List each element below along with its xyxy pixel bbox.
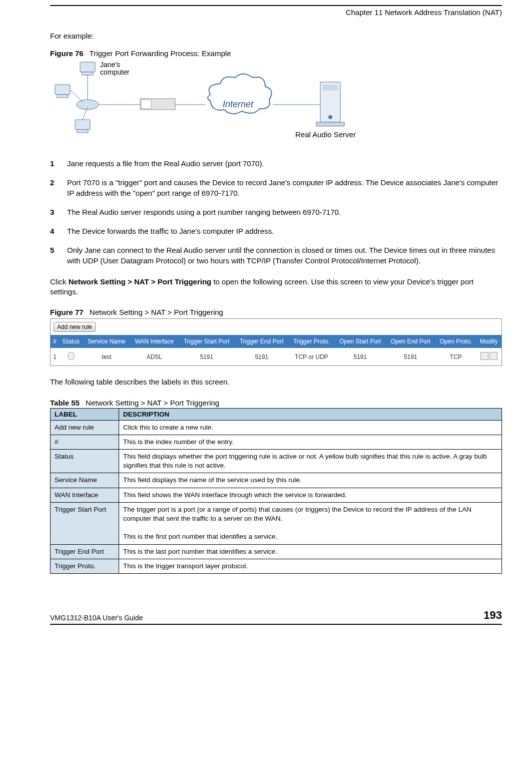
cell-status: [59, 348, 83, 365]
svg-point-6: [77, 100, 99, 110]
cell-oproto: TCP: [435, 348, 476, 365]
step-3: 3The Real Audio server responds using a …: [50, 207, 502, 217]
description-table: LABEL DESCRIPTION Add new ruleClick this…: [50, 408, 502, 574]
edit-icon[interactable]: [480, 352, 488, 360]
svg-rect-5: [77, 130, 88, 133]
col-oep: Open End Port: [386, 335, 435, 348]
cell-tproto: TCP or UDP: [289, 348, 334, 365]
navigation-instruction: Click Network Setting > NAT > Port Trigg…: [50, 277, 502, 297]
desc-head-label: LABEL: [51, 408, 119, 420]
table55-label: Table 55: [50, 399, 80, 407]
figure76-title: Trigger Port Forwarding Process: Example: [90, 49, 231, 58]
cell-wan: ADSL: [130, 348, 179, 365]
col-tep: Trigger End Port: [235, 335, 289, 348]
figure77-caption: Figure 77 Network Setting > NAT > Port T…: [50, 308, 502, 316]
bulb-icon: [68, 352, 75, 360]
col-modify: Modify: [476, 335, 501, 348]
step-1: 1Jane requests a file from the Real Audi…: [50, 159, 502, 169]
cell-tep: 5191: [235, 348, 289, 365]
svg-rect-21: [316, 122, 344, 126]
desc-row: Trigger End PortThis is the last port nu…: [51, 544, 502, 559]
delete-icon[interactable]: [489, 352, 497, 360]
page-footer: VMG1312-B10A User's Guide 193: [50, 609, 502, 625]
svg-rect-0: [55, 85, 70, 95]
cell-modify: [476, 348, 501, 365]
figure77-label: Figure 77: [50, 308, 84, 316]
desc-row: Trigger Start PortThe trigger port is a …: [51, 502, 502, 544]
svg-point-20: [328, 115, 332, 119]
table-row: 1 test ADSL 5191 5191 TCP or UDP 5191 51…: [51, 348, 501, 365]
desc-row: Add new ruleClick this to create a new r…: [51, 420, 502, 435]
desc-row: Service NameThis field displays the name…: [51, 473, 502, 488]
col-wan: WAN Interface: [130, 335, 179, 348]
add-new-rule-button[interactable]: Add new rule: [54, 322, 96, 332]
svg-text:Real Audio Server: Real Audio Server: [295, 130, 356, 139]
table-intro: The following table describes the labels…: [50, 377, 502, 387]
step-4: 4The Device forwards the traffic to Jane…: [50, 226, 502, 236]
svg-rect-1: [57, 95, 68, 98]
intro-text: For example:: [50, 32, 502, 40]
figure76-diagram: Jane's computer Internet Real Audio Serv…: [50, 60, 380, 145]
svg-rect-14: [141, 100, 151, 109]
svg-text:Internet: Internet: [223, 99, 254, 109]
col-num: #: [51, 335, 59, 348]
col-status: Status: [59, 335, 83, 348]
step-2: 2Port 7070 is a "trigger" port and cause…: [50, 178, 502, 198]
rules-table: # Status Service Name WAN Interface Trig…: [51, 335, 501, 365]
desc-head-desc: DESCRIPTION: [119, 408, 502, 420]
cell-osp: 5191: [334, 348, 386, 365]
cell-service: test: [83, 348, 130, 365]
svg-rect-19: [323, 85, 338, 91]
svg-text:computer: computer: [100, 68, 130, 76]
figure77-title: Network Setting > NAT > Port Triggering: [90, 308, 223, 316]
svg-text:Jane's: Jane's: [100, 61, 120, 69]
col-tsp: Trigger Start Port: [179, 335, 235, 348]
port-triggering-screenshot: Add new rule # Status Service Name WAN I…: [50, 318, 502, 366]
cell-num: 1: [51, 348, 59, 365]
table55-title: Network Setting > NAT > Port Triggering: [86, 399, 219, 407]
col-tproto: Trigger Proto.: [289, 335, 334, 348]
cell-tsp: 5191: [179, 348, 235, 365]
svg-line-7: [70, 90, 83, 102]
figure76-label: Figure 76: [50, 49, 84, 58]
desc-row: StatusThis field displays whether the po…: [51, 449, 502, 473]
footer-page-number: 193: [483, 609, 502, 622]
figure76-caption: Figure 76 Trigger Port Forwarding Proces…: [50, 49, 502, 58]
desc-row: Trigger Proto.This is the trigger transp…: [51, 559, 502, 573]
steps-list: 1Jane requests a file from the Real Audi…: [50, 159, 502, 266]
footer-guide: VMG1312-B10A User's Guide: [50, 614, 143, 622]
svg-rect-2: [80, 62, 95, 72]
cell-oep: 5191: [386, 348, 435, 365]
chapter-header: Chapter 11 Network Address Translation (…: [50, 5, 502, 17]
table55-caption: Table 55 Network Setting > NAT > Port Tr…: [50, 399, 502, 407]
step-5: 5Only Jane can connect to the Real Audio…: [50, 245, 502, 266]
col-service: Service Name: [83, 335, 130, 348]
svg-rect-4: [75, 120, 90, 130]
desc-row: WAN InterfaceThis field shows the WAN in…: [51, 488, 502, 502]
desc-row: #This is the index number of the entry.: [51, 435, 502, 449]
col-oproto: Open Proto.: [435, 335, 476, 348]
col-osp: Open Start Port: [334, 335, 386, 348]
